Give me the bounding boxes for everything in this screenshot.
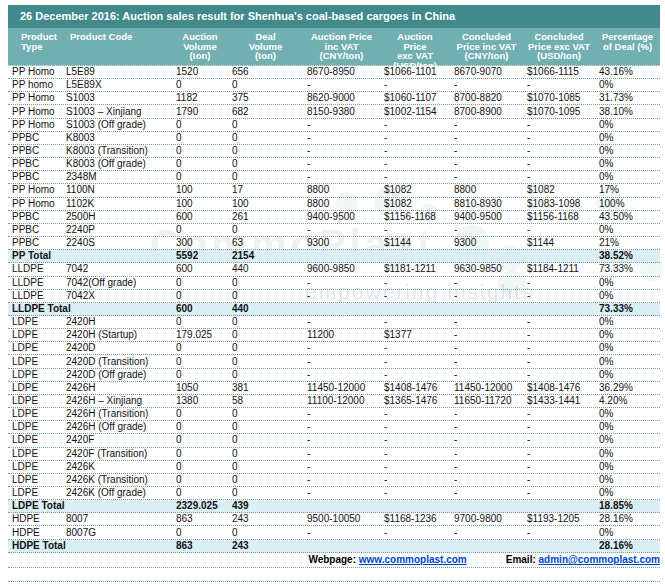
cell-auction_volume: 0 xyxy=(172,421,228,433)
cell-deal_volume: 0 xyxy=(228,79,303,91)
cell-concluded_price_exc_vat: $1184-1211 xyxy=(523,263,595,275)
cell-auction_volume: 600 xyxy=(172,263,228,275)
cell-concluded_price_exc_vat: - xyxy=(523,79,595,91)
cell-product_code: 2426K (Transition) xyxy=(62,474,172,486)
cell-product_code: 2348M xyxy=(62,171,172,183)
cell-auction_price_inc_vat: 8800 xyxy=(303,198,380,210)
cell-product_type: LDPE xyxy=(8,474,62,486)
cell-percentage_of_deal: 0% xyxy=(595,448,660,460)
cell-auction_price_exc_vat: - xyxy=(380,277,450,289)
cell-product_code: 2420H xyxy=(62,316,172,328)
cell-product_code: K8003 xyxy=(62,132,172,144)
cell-concluded_price_inc_vat: - xyxy=(450,356,523,368)
cell-concluded_price_inc_vat: - xyxy=(450,474,523,486)
cell-auction_volume: 0 xyxy=(172,448,228,460)
cell-deal_volume: 0 xyxy=(228,408,303,420)
cell-percentage_of_deal: 0% xyxy=(595,171,660,183)
cell-deal_volume: 0 xyxy=(228,119,303,131)
cell-auction_volume: 0 xyxy=(172,434,228,446)
cell-product_code: S1003 – Xinjiang xyxy=(62,106,172,118)
cell-product_type: LDPE xyxy=(8,461,62,473)
cell-auction_volume: 0 xyxy=(172,79,228,91)
cell-auction_price_inc_vat: - xyxy=(303,158,380,170)
cell-deal_volume: 0 xyxy=(228,145,303,157)
cell-product_code: 8007 xyxy=(62,513,172,525)
cell-concluded_price_exc_vat: $1408-1476 xyxy=(523,382,595,394)
cell-deal_volume: 0 xyxy=(228,421,303,433)
cell-concluded_price_exc_vat: $1070-1085 xyxy=(523,92,595,104)
cell-percentage_of_deal: 0% xyxy=(595,224,660,236)
cell-product_type: LDPE xyxy=(8,421,62,433)
cell-auction_price_exc_vat: - xyxy=(380,356,450,368)
cell-product_type: PP Homo xyxy=(8,92,62,104)
cell-auction_price_exc_vat: - xyxy=(380,145,450,157)
cell-concluded_price_inc_vat: 11650-11720 xyxy=(450,395,523,407)
cell-concluded_price_inc_vat: 8800 xyxy=(450,184,523,196)
cell-deal_volume: 0 xyxy=(228,290,303,302)
cell-percentage_of_deal: 0% xyxy=(595,132,660,144)
cell-auction_price_exc_vat: - xyxy=(380,434,450,446)
cell-product_code: 2240P xyxy=(62,224,172,236)
cell-auction_volume: 600 xyxy=(172,303,228,315)
cell-auction_price_exc_vat: - xyxy=(380,487,450,499)
total-row: LDPE Total2329.02543918.85% xyxy=(8,500,660,513)
page-title: 26 December 2016: Auction sales result f… xyxy=(8,5,660,28)
cell-concluded_price_exc_vat: - xyxy=(523,461,595,473)
cell-deal_volume: 381 xyxy=(228,382,303,394)
cell-concluded_price_exc_vat: - xyxy=(523,158,595,170)
cell-product_code: S1003 xyxy=(62,92,172,104)
table-row: LLDPE7042X00----0% xyxy=(8,290,660,303)
table-row: PP Homo1102K1001008800$10828810-8930$108… xyxy=(8,198,660,211)
cell-product_code: 7042X xyxy=(62,290,172,302)
cell-auction_price_inc_vat: 9300 xyxy=(303,237,380,249)
cell-auction_price_inc_vat: - xyxy=(303,277,380,289)
empty-row xyxy=(8,568,660,582)
cell-product_code: 2420H (Startup) xyxy=(62,329,172,341)
cell-concluded_price_exc_vat: - xyxy=(523,421,595,433)
cell-auction_price_inc_vat: - xyxy=(303,527,380,539)
email-link[interactable]: admin@commoplast.com xyxy=(539,554,660,565)
cell-auction_price_inc_vat: - xyxy=(303,434,380,446)
cell-percentage_of_deal: 0% xyxy=(595,342,660,354)
cell-auction_volume: 1050 xyxy=(172,382,228,394)
cell-auction_price_inc_vat: - xyxy=(303,316,380,328)
cell-auction_price_inc_vat: 8670-8950 xyxy=(303,66,380,78)
table-row: PPBC2500H6002619400-9500$1156-11689400-9… xyxy=(8,211,660,224)
report-sheet: CommoPlast empowering insights 26 Decemb… xyxy=(0,0,665,584)
cell-concluded_price_exc_vat: - xyxy=(523,408,595,420)
email-label: Email: xyxy=(506,554,536,565)
column-header-deal-volume: Deal Volume (ton) xyxy=(228,28,303,70)
cell-product_type: LDPE xyxy=(8,448,62,460)
cell-product_code: L5E89 xyxy=(62,66,172,78)
webpage-link[interactable]: www.commoplast.com xyxy=(359,554,467,565)
cell-auction_price_inc_vat: - xyxy=(303,356,380,368)
cell-deal_volume: 17 xyxy=(228,184,303,196)
cell-concluded_price_exc_vat: - xyxy=(523,434,595,446)
cell-percentage_of_deal: 73.33% xyxy=(595,303,660,315)
cell-product_code: 2426K (Off grade) xyxy=(62,487,172,499)
total-row: PP Total5592215438.52% xyxy=(8,250,660,263)
cell-auction_volume: 100 xyxy=(172,184,228,196)
cell-product_type: LDPE xyxy=(8,408,62,420)
cell-product_type: PP Homo xyxy=(8,198,62,210)
cell-concluded_price_inc_vat: 8810-8930 xyxy=(450,198,523,210)
cell-concluded_price_inc_vat: - xyxy=(450,132,523,144)
cell-percentage_of_deal: 0% xyxy=(595,408,660,420)
cell-deal_volume: 0 xyxy=(228,474,303,486)
cell-deal_volume: 0 xyxy=(228,329,303,341)
cell-auction_volume: 0 xyxy=(172,290,228,302)
cell-concluded_price_inc_vat: 9300 xyxy=(450,237,523,249)
cell-auction_price_inc_vat: 8620-9000 xyxy=(303,92,380,104)
cell-concluded_price_inc_vat: 9700-9800 xyxy=(450,513,523,525)
cell-product_type: PP homo xyxy=(8,79,62,91)
cell-product_code: K8003 (Transition) xyxy=(62,145,172,157)
cell-product_type: LDPE xyxy=(8,487,62,499)
cell-auction_price_exc_vat: $1408-1476 xyxy=(380,382,450,394)
cell-auction_volume: 1182 xyxy=(172,92,228,104)
cell-auction_price_inc_vat: 11200 xyxy=(303,329,380,341)
cell-auction_price_inc_vat: - xyxy=(303,487,380,499)
cell-deal_volume: 0 xyxy=(228,316,303,328)
cell-deal_volume: 0 xyxy=(228,461,303,473)
cell-auction_price_inc_vat: 11450-12000 xyxy=(303,382,380,394)
cell-auction_price_exc_vat: $1002-1154 xyxy=(380,106,450,118)
